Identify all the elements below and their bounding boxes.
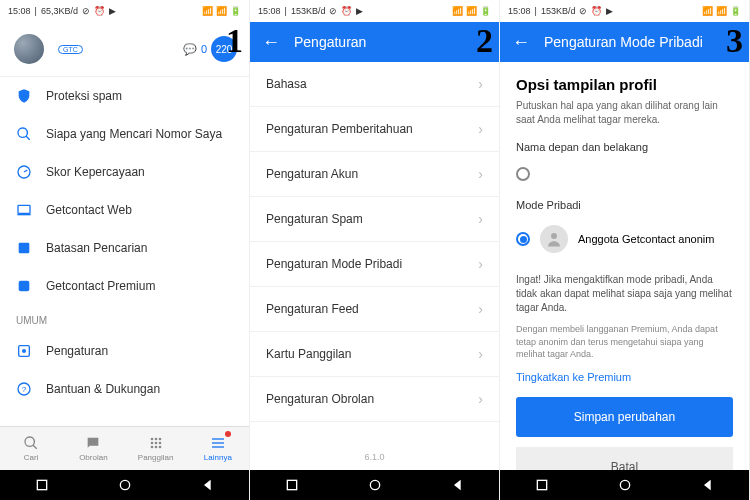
settings-label: Pengaturan Feed	[266, 302, 359, 316]
menu-premium[interactable]: Getcontact Premium	[0, 267, 249, 305]
system-nav	[0, 470, 249, 500]
recent-apps-button[interactable]	[284, 477, 300, 493]
svg-text:?: ?	[22, 385, 27, 394]
nav-label: Obrolan	[79, 453, 107, 462]
menu-help[interactable]: ? Bantuan & Dukungan	[0, 370, 249, 408]
settings-private-mode[interactable]: Pengaturan Mode Pribadi›	[250, 242, 499, 287]
menu-who-searched[interactable]: Siapa yang Mencari Nomor Saya	[0, 115, 249, 153]
anon-avatar-icon	[540, 225, 568, 253]
radio-checked-icon[interactable]	[516, 232, 530, 246]
upgrade-premium-link[interactable]: Tingkatkan ke Premium	[516, 371, 733, 383]
search-icon	[23, 435, 39, 451]
radio-unchecked-icon[interactable]	[516, 167, 530, 181]
app-header: ← Pengaturan	[250, 22, 499, 62]
status-time: 15:08	[508, 6, 531, 16]
chat-icon: 💬	[183, 43, 197, 56]
svg-rect-20	[37, 480, 46, 489]
svg-point-23	[370, 480, 379, 489]
settings-spam[interactable]: Pengaturan Spam›	[250, 197, 499, 242]
back-button[interactable]	[450, 477, 466, 493]
chat-count: 0	[201, 43, 207, 55]
chevron-right-icon: ›	[478, 301, 483, 317]
status-battery-icon: 🔋	[480, 6, 491, 16]
settings-label: Kartu Panggilan	[266, 347, 351, 361]
recent-apps-button[interactable]	[34, 477, 50, 493]
svg-point-11	[150, 442, 153, 445]
status-battery-icon: 🔋	[230, 6, 241, 16]
screen-3-private-mode: 3 15:08 | 153KB/d ⊘ ⏰ ▶ 📶 📶 🔋 ← Pengatur…	[500, 0, 750, 500]
svg-point-24	[551, 233, 557, 239]
back-arrow-icon[interactable]: ←	[262, 32, 280, 53]
menu-icon	[210, 435, 226, 451]
back-button[interactable]	[700, 477, 716, 493]
chevron-right-icon: ›	[478, 76, 483, 92]
back-arrow-icon[interactable]: ←	[512, 32, 530, 53]
home-button[interactable]	[367, 477, 383, 493]
home-button[interactable]	[117, 477, 133, 493]
menu-label: Getcontact Premium	[46, 279, 155, 293]
screen-1-more: 1 15:08 | 65,3KB/d ⊘ ⏰ ▶ 📶 📶 🔋 GTC 💬0 22…	[0, 0, 250, 500]
settings-call-card[interactable]: Kartu Panggilan›	[250, 332, 499, 377]
settings-feed[interactable]: Pengaturan Feed›	[250, 287, 499, 332]
nav-label: Lainnya	[204, 453, 232, 462]
settings-language[interactable]: Bahasa›	[250, 62, 499, 107]
premium-note: Dengan membeli langganan Premium, Anda d…	[516, 323, 733, 361]
menu-label: Proteksi spam	[46, 89, 122, 103]
gtc-badge: GTC	[58, 45, 83, 54]
chevron-right-icon: ›	[478, 256, 483, 272]
status-net: 153KB/d	[541, 6, 576, 16]
svg-point-13	[158, 442, 161, 445]
menu-search-limit[interactable]: Batasan Pencarian	[0, 229, 249, 267]
nav-search[interactable]: Cari	[0, 427, 62, 470]
status-dnd-icon: ⊘	[82, 6, 90, 16]
nav-calls[interactable]: Panggilan	[125, 427, 187, 470]
settings-notifications[interactable]: Pengaturan Pemberitahuan›	[250, 107, 499, 152]
chevron-right-icon: ›	[478, 346, 483, 362]
option-name-row[interactable]	[516, 159, 733, 189]
menu-label: Pengaturan	[46, 344, 108, 358]
chat-icon	[85, 435, 101, 451]
status-play-icon: ▶	[606, 6, 613, 16]
menu-getcontact-web[interactable]: Getcontact Web	[0, 191, 249, 229]
section-general: UMUM	[0, 305, 249, 332]
nav-chat[interactable]: Obrolan	[62, 427, 124, 470]
status-wifi-icon: 📶	[716, 6, 727, 16]
option-private-row[interactable]: Anggota Getcontact anonim	[516, 217, 733, 261]
settings-account[interactable]: Pengaturan Akun›	[250, 152, 499, 197]
search-icon	[16, 126, 32, 142]
menu-label: Batasan Pencarian	[46, 241, 147, 255]
svg-point-10	[158, 438, 161, 441]
version-label: 6.1.0	[250, 444, 499, 470]
nav-label: Panggilan	[138, 453, 174, 462]
block-icon	[16, 240, 32, 256]
svg-rect-19	[212, 446, 224, 447]
home-button[interactable]	[617, 477, 633, 493]
menu-label: Siapa yang Mencari Nomor Saya	[46, 127, 222, 141]
chevron-right-icon: ›	[478, 391, 483, 407]
menu-settings[interactable]: Pengaturan	[0, 332, 249, 370]
svg-rect-17	[212, 438, 224, 439]
svg-rect-22	[287, 480, 296, 489]
menu-trust-score[interactable]: Skor Kepercayaan	[0, 153, 249, 191]
status-bar: 15:08 | 65,3KB/d ⊘ ⏰ ▶ 📶 📶 🔋	[0, 0, 249, 22]
svg-point-14	[150, 446, 153, 449]
menu-spam-protection[interactable]: Proteksi spam	[0, 77, 249, 115]
status-signal-icon: 📶	[202, 6, 213, 16]
chevron-right-icon: ›	[478, 211, 483, 227]
warning-note: Ingat! Jika mengaktifkan mode pribadi, A…	[516, 273, 733, 315]
step-number-1: 1	[226, 22, 243, 60]
settings-chat[interactable]: Pengaturan Obrolan›	[250, 377, 499, 422]
svg-rect-25	[537, 480, 546, 489]
svg-point-5	[22, 349, 26, 353]
recent-apps-button[interactable]	[534, 477, 550, 493]
back-button[interactable]	[200, 477, 216, 493]
save-button[interactable]: Simpan perubahan	[516, 397, 733, 437]
cancel-button[interactable]: Batal	[516, 447, 733, 470]
status-bar: 15:08 | 153KB/d ⊘ ⏰ ▶ 📶 📶 🔋	[500, 0, 749, 22]
option-1-label: Nama depan dan belakang	[516, 141, 733, 153]
nav-more[interactable]: Lainnya	[187, 427, 249, 470]
help-icon: ?	[16, 381, 32, 397]
profile-row[interactable]: GTC 💬0 220	[0, 22, 249, 76]
chevron-right-icon: ›	[478, 166, 483, 182]
panel-heading: Opsi tampilan profil	[516, 76, 733, 93]
